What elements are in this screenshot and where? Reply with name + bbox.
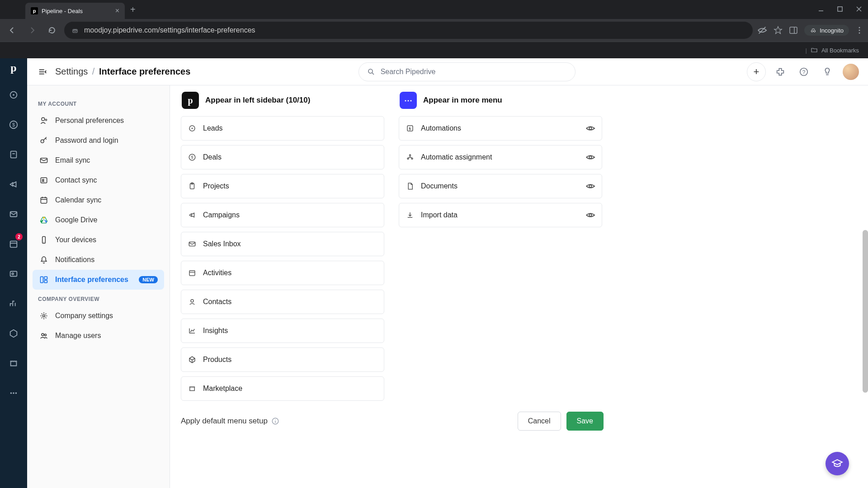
rail-marketplace-icon[interactable] — [5, 354, 23, 372]
sidebar-item-your-devices[interactable]: Your devices — [33, 230, 164, 250]
back-button[interactable] — [5, 23, 20, 38]
menu-item-contacts[interactable]: Contacts — [181, 290, 384, 314]
svg-point-40 — [42, 179, 44, 181]
menu-item-sales-inbox[interactable]: Sales Inbox — [181, 232, 384, 256]
sidebar-item-calendar-sync[interactable]: Calendar sync — [33, 190, 164, 210]
visibility-icon[interactable] — [585, 210, 595, 220]
window-close-icon[interactable] — [854, 4, 864, 14]
menu-item-activities[interactable]: Activities — [181, 261, 384, 285]
search-input[interactable]: Search Pipedrive — [359, 62, 576, 81]
menu-item-projects[interactable]: Projects — [181, 174, 384, 198]
menu-item-leads[interactable]: Leads — [181, 116, 384, 141]
help-icon[interactable]: ? — [796, 64, 812, 80]
sidebar-item-google-drive[interactable]: Google Drive — [33, 210, 164, 230]
menu-item-documents[interactable]: Documents — [399, 174, 602, 198]
sidebar-item-contact-sync[interactable]: Contact sync — [33, 170, 164, 190]
rail-deals-icon[interactable]: $ — [5, 116, 23, 134]
close-icon[interactable]: × — [115, 7, 119, 15]
academy-fab-button[interactable] — [826, 452, 849, 475]
visibility-off-icon[interactable] — [757, 25, 767, 35]
sidebar-item-label: Personal preferences — [55, 117, 124, 125]
rail-activities-icon[interactable]: 2 — [5, 235, 23, 253]
svg-text:?: ? — [802, 69, 806, 75]
svg-text:$: $ — [12, 122, 15, 127]
menu-item-label: Deals — [203, 153, 222, 161]
add-button[interactable]: + — [747, 62, 766, 81]
rail-products-icon[interactable] — [5, 324, 23, 343]
sidebar-item-manage-users[interactable]: Manage users — [33, 326, 164, 346]
sidebar-item-notifications[interactable]: Notifications — [33, 250, 164, 270]
sidebar-item-label: Notifications — [55, 256, 94, 264]
scrollbar-thumb[interactable] — [863, 230, 868, 393]
side-panel-icon[interactable] — [789, 26, 798, 35]
forward-button[interactable] — [24, 23, 40, 38]
incognito-indicator[interactable]: Incognito — [804, 25, 849, 36]
browser-tab[interactable]: p Pipeline - Deals × — [25, 3, 125, 19]
maximize-icon[interactable] — [835, 4, 845, 14]
sidebar-item-label: Contact sync — [55, 176, 97, 184]
rail-insights-icon[interactable] — [5, 295, 23, 313]
svg-point-37 — [41, 140, 44, 143]
extensions-icon[interactable] — [772, 64, 788, 80]
rail-contacts-icon[interactable] — [5, 265, 23, 283]
new-tab-button[interactable]: + — [130, 5, 136, 15]
logo-icon[interactable]: p — [10, 62, 16, 74]
svg-rect-60 — [189, 271, 195, 276]
save-button[interactable]: Save — [566, 412, 604, 431]
rail-campaigns-icon[interactable] — [5, 175, 23, 193]
sidebar-item-interface-preferences[interactable]: Interface preferences NEW — [33, 270, 164, 290]
url-input[interactable]: moodjoy.pipedrive.com/settings/interface… — [64, 22, 753, 39]
apply-default-link[interactable]: Apply default menu setup — [181, 417, 279, 426]
menu-item-insights[interactable]: Insights — [181, 319, 384, 343]
visibility-icon[interactable] — [585, 181, 595, 191]
menu-item-import-data[interactable]: Import data — [399, 203, 602, 227]
svg-rect-18 — [11, 151, 17, 158]
all-bookmarks-button[interactable]: All Bookmarks — [821, 47, 859, 54]
bookmark-star-icon[interactable] — [774, 26, 783, 35]
settings-sidebar: MY ACCOUNT Personal preferences Password… — [27, 85, 170, 488]
calendar-icon — [39, 196, 49, 205]
menu-item-products[interactable]: Products — [181, 347, 384, 372]
avatar[interactable] — [843, 64, 859, 80]
folder-icon — [811, 47, 818, 54]
chart-icon — [188, 327, 197, 335]
breadcrumb-root[interactable]: Settings — [55, 66, 88, 76]
sidebar-item-password-login[interactable]: Password and login — [33, 131, 164, 150]
visibility-icon[interactable] — [585, 152, 595, 162]
svg-point-62 — [191, 300, 193, 302]
menu-item-campaigns[interactable]: Campaigns — [181, 203, 384, 227]
sidebar-item-personal-preferences[interactable]: Personal preferences — [33, 111, 164, 131]
svg-point-15 — [13, 94, 14, 96]
box-icon — [188, 356, 197, 364]
svg-point-26 — [13, 392, 14, 394]
user-gear-icon — [39, 116, 49, 125]
visibility-icon[interactable] — [585, 123, 595, 133]
automation-icon — [406, 124, 415, 132]
search-icon — [367, 68, 375, 76]
section-my-account: MY ACCOUNT — [33, 97, 164, 111]
rail-projects-icon[interactable] — [5, 145, 23, 164]
rail-more-icon[interactable] — [5, 384, 23, 402]
sidebar-item-label: Password and login — [55, 136, 118, 145]
collapse-sidebar-button[interactable] — [36, 66, 49, 78]
menu-item-automatic-assignment[interactable]: Automatic assignment — [399, 145, 602, 169]
reload-button[interactable] — [44, 23, 60, 38]
chrome-menu-icon[interactable] — [855, 26, 863, 34]
cancel-button[interactable]: Cancel — [518, 412, 561, 431]
sidebar-item-email-sync[interactable]: Email sync — [33, 150, 164, 170]
minimize-icon[interactable] — [816, 4, 826, 14]
menu-item-deals[interactable]: $Deals — [181, 145, 384, 169]
menu-item-label: Activities — [203, 269, 231, 277]
menu-item-automations[interactable]: Automations — [399, 116, 602, 141]
svg-rect-4 — [74, 30, 76, 31]
rail-home-icon[interactable] — [5, 86, 23, 104]
sidebar-item-label: Your devices — [55, 236, 96, 244]
menu-item-label: Documents — [421, 182, 458, 190]
sidebar-item-company-settings[interactable]: Company settings — [33, 306, 164, 326]
lightbulb-icon[interactable] — [819, 64, 835, 80]
rail-mail-icon[interactable] — [5, 205, 23, 223]
breadcrumb: Settings / Interface preferences — [55, 66, 190, 77]
menu-item-marketplace[interactable]: Marketplace — [181, 376, 384, 401]
right-column: ⋯ Appear in more menu Automations Automa… — [399, 91, 602, 405]
users-icon — [39, 331, 49, 340]
